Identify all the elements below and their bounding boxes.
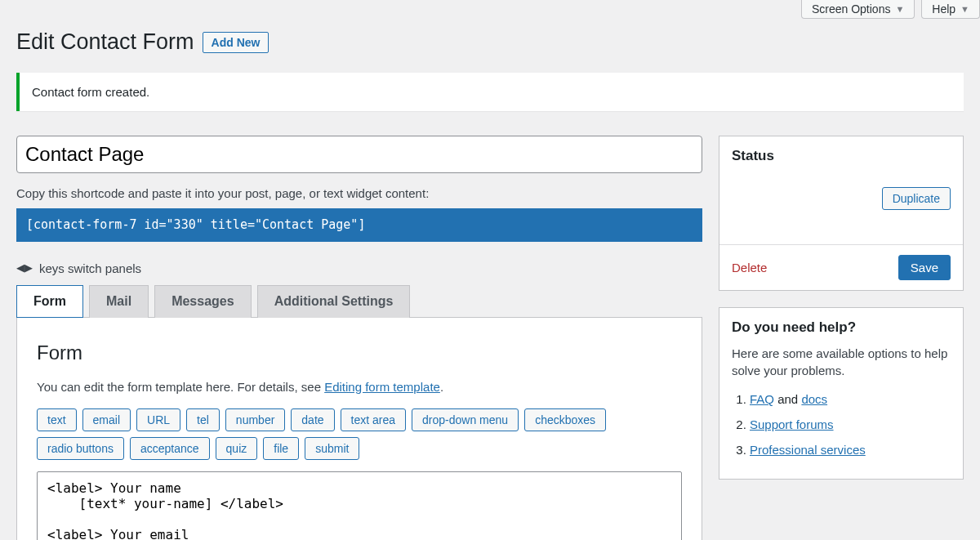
tab-additional-settings[interactable]: Additional Settings: [257, 285, 411, 318]
screen-options-label: Screen Options: [812, 2, 891, 16]
status-box: Status Duplicate Delete Save: [719, 136, 964, 291]
arrows-icon: ◀▶: [16, 261, 33, 275]
page-title: Edit Contact Form: [16, 27, 194, 58]
delete-link[interactable]: Delete: [732, 259, 767, 276]
faq-link[interactable]: FAQ: [750, 392, 774, 406]
keys-hint: ◀▶ keys switch panels: [16, 260, 702, 277]
tab-messages[interactable]: Messages: [154, 285, 252, 318]
tag-acceptance-button[interactable]: acceptance: [130, 437, 210, 460]
tag-quiz-button[interactable]: quiz: [216, 437, 258, 460]
status-title: Status: [732, 146, 951, 166]
screen-options-button[interactable]: Screen Options ▼: [801, 0, 915, 19]
tag-dropdown-button[interactable]: drop-down menu: [412, 408, 519, 431]
form-template-textarea[interactable]: <label> Your name [text* your-name] </la…: [37, 471, 682, 540]
help-button[interactable]: Help ▼: [921, 0, 980, 19]
success-notice: Contact form created.: [16, 73, 964, 111]
panel-tabs: Form Mail Messages Additional Settings: [16, 285, 702, 318]
shortcode-label: Copy this shortcode and paste it into yo…: [16, 185, 702, 202]
tag-tel-button[interactable]: tel: [186, 408, 220, 431]
tag-checkboxes-button[interactable]: checkboxes: [524, 408, 606, 431]
panel-description: You can edit the form template here. For…: [37, 378, 682, 395]
caret-down-icon: ▼: [960, 4, 969, 14]
add-new-button[interactable]: Add New: [203, 32, 270, 53]
panel-heading: Form: [37, 339, 682, 367]
keys-hint-text: keys switch panels: [39, 260, 141, 277]
caret-down-icon: ▼: [895, 4, 904, 14]
tag-text-button[interactable]: text: [37, 408, 77, 431]
tab-mail[interactable]: Mail: [89, 285, 149, 318]
help-item-support: Support forums: [750, 416, 951, 433]
tab-form[interactable]: Form: [16, 285, 83, 318]
help-item-faq: FAQ and docs: [750, 390, 951, 408]
help-title: Do you need help?: [732, 318, 951, 337]
tag-file-button[interactable]: file: [263, 437, 299, 460]
help-label: Help: [932, 2, 956, 16]
shortcode-value[interactable]: [contact-form-7 id="330" title="Contact …: [16, 208, 702, 242]
professional-services-link[interactable]: Professional services: [750, 443, 866, 457]
tag-submit-button[interactable]: submit: [305, 437, 359, 460]
docs-link[interactable]: docs: [801, 392, 827, 406]
form-panel: Form You can edit the form template here…: [16, 317, 702, 540]
save-button[interactable]: Save: [898, 255, 951, 280]
tag-textarea-button[interactable]: text area: [341, 408, 406, 431]
support-forums-link[interactable]: Support forums: [750, 417, 834, 431]
tag-date-button[interactable]: date: [291, 408, 334, 431]
help-intro: Here are some available options to help …: [732, 345, 951, 379]
tag-email-button[interactable]: email: [82, 408, 131, 431]
tag-radio-button[interactable]: radio buttons: [37, 437, 124, 460]
help-item-pro: Professional services: [750, 441, 951, 458]
form-title-input[interactable]: [16, 136, 702, 173]
editing-template-link[interactable]: Editing form template: [324, 380, 440, 394]
duplicate-button[interactable]: Duplicate: [882, 187, 951, 210]
tag-number-button[interactable]: number: [225, 408, 285, 431]
tag-url-button[interactable]: URL: [136, 408, 180, 431]
help-box: Do you need help? Here are some availabl…: [719, 307, 964, 480]
